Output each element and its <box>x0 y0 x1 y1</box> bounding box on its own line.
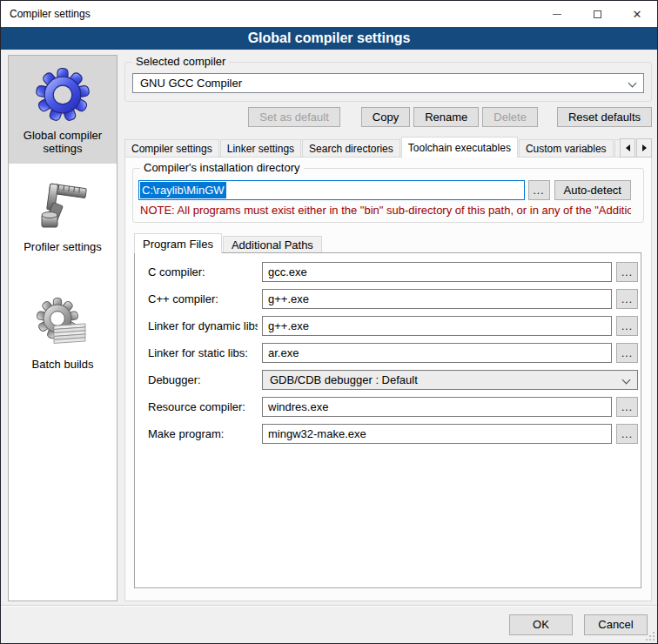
dialog-footer: OK Cancel <box>1 605 657 643</box>
settings-category-list: Global compiler settings <box>8 55 118 601</box>
linker-static-input[interactable] <box>262 343 612 363</box>
debugger-select-value: GDB/CDB debugger : Default <box>270 373 418 386</box>
tab-toolchain-executables[interactable]: Toolchain executables <box>401 137 518 158</box>
chevron-down-icon <box>628 79 637 88</box>
minimize-button[interactable] <box>537 1 577 27</box>
close-icon: ✕ <box>633 9 642 20</box>
ok-button[interactable]: OK <box>509 614 573 635</box>
tab-linker-settings[interactable]: Linker settings <box>220 139 301 158</box>
installation-directory-group-label: Compiler's installation directory <box>140 161 304 174</box>
subtab-additional-paths[interactable]: Additional Paths <box>223 236 322 253</box>
linker-dynamic-input[interactable] <box>262 316 612 336</box>
arrow-right-icon <box>642 144 647 151</box>
arrow-left-icon <box>626 144 630 151</box>
selected-compiler-group-label: Selected compiler <box>132 55 229 68</box>
compiler-select-value: GNU GCC Compiler <box>140 77 242 90</box>
cpp-compiler-input[interactable] <box>262 289 612 309</box>
tab-scroll-buttons <box>619 138 652 158</box>
close-button[interactable]: ✕ <box>617 1 657 27</box>
make-program-input[interactable] <box>262 424 612 444</box>
set-as-default-button[interactable]: Set as default <box>248 107 340 127</box>
linker-dynamic-label: Linker for dynamic libs: <box>148 316 258 336</box>
installation-directory-browse-button[interactable]: ... <box>528 180 550 200</box>
sidebar-item-label: Profiler settings <box>24 240 102 253</box>
blue-gear-icon <box>35 67 91 123</box>
resource-compiler-label: Resource compiler: <box>148 397 258 417</box>
c-compiler-browse-button[interactable]: ... <box>616 262 638 282</box>
chevron-down-icon <box>622 376 631 385</box>
installation-directory-selected-text: C:\raylib\MinGW <box>140 182 226 198</box>
minimize-icon <box>553 14 561 15</box>
tab-compiler-settings[interactable]: Compiler settings <box>124 139 219 158</box>
linker-dynamic-browse-button[interactable]: ... <box>616 316 638 336</box>
gray-gear-stack-icon <box>35 296 91 352</box>
c-compiler-label: C compiler: <box>148 262 258 282</box>
tab-scroll-left-button[interactable] <box>620 138 635 158</box>
selected-compiler-group: Selected compiler GNU GCC Compiler <box>124 62 652 102</box>
copy-button[interactable]: Copy <box>361 107 410 127</box>
installation-directory-row: C:\raylib\MinGW ... Auto-detect <box>138 180 631 200</box>
sidebar-item-profiler-settings[interactable]: Profiler settings <box>9 167 117 262</box>
program-files-panel: C compiler: ... C++ compiler: ... Linker… <box>134 252 641 588</box>
make-program-label: Make program: <box>148 424 258 444</box>
page-title-banner: Global compiler settings <box>1 27 657 50</box>
title-bar: Compiler settings ✕ <box>1 1 657 27</box>
cpp-compiler-browse-button[interactable]: ... <box>616 289 638 309</box>
window-title: Compiler settings <box>1 8 537 20</box>
reset-defaults-button[interactable]: Reset defaults <box>557 107 652 127</box>
delete-button[interactable]: Delete <box>482 107 538 127</box>
toolchain-executables-page: Compiler's installation directory C:\ray… <box>124 157 652 601</box>
c-compiler-input[interactable] <box>262 262 612 282</box>
tab-search-directories[interactable]: Search directories <box>302 139 400 158</box>
rename-button[interactable]: Rename <box>413 107 479 127</box>
main-panel: Selected compiler GNU GCC Compiler Set a… <box>124 55 652 601</box>
installation-directory-input[interactable]: C:\raylib\MinGW <box>138 180 525 200</box>
linker-static-label: Linker for static libs: <box>148 343 258 363</box>
installation-directory-group: Compiler's installation directory C:\ray… <box>132 168 644 223</box>
subtab-program-files[interactable]: Program Files <box>134 233 222 253</box>
compiler-actions: Set as default Copy Rename Delete Reset … <box>124 107 652 127</box>
sidebar-item-batch-builds[interactable]: Batch builds <box>9 285 117 379</box>
resource-compiler-input[interactable] <box>262 397 612 417</box>
cancel-button[interactable]: Cancel <box>584 614 648 635</box>
tab-scroll-right-button[interactable] <box>636 138 652 158</box>
debugger-label: Debugger: <box>148 370 258 390</box>
auto-detect-button[interactable]: Auto-detect <box>554 180 632 200</box>
toolchain-subtabs: Program Files Additional Paths <box>134 233 651 253</box>
dialog-body: Global compiler settings <box>1 50 657 643</box>
sidebar-item-global-compiler-settings[interactable]: Global compiler settings <box>9 56 117 164</box>
linker-static-browse-button[interactable]: ... <box>616 343 638 363</box>
sidebar-item-label: Batch builds <box>32 358 94 371</box>
installation-note: NOTE: All programs must exist either in … <box>140 204 631 217</box>
make-program-browse-button[interactable]: ... <box>616 424 638 444</box>
compiler-select[interactable]: GNU GCC Compiler <box>132 73 644 93</box>
sidebar-item-label: Global compiler settings <box>24 129 102 155</box>
maximize-button[interactable] <box>577 1 617 27</box>
compiler-settings-dialog: Compiler settings ✕ Global compiler sett… <box>0 0 658 644</box>
debugger-select[interactable]: GDB/CDB debugger : Default <box>262 370 638 390</box>
caption-buttons: ✕ <box>537 1 657 27</box>
cpp-compiler-label: C++ compiler: <box>148 289 258 309</box>
resource-compiler-browse-button[interactable]: ... <box>616 397 638 417</box>
settings-tabs: Compiler settings Linker settings Search… <box>124 137 652 158</box>
tab-custom-variables[interactable]: Custom variables <box>519 139 614 158</box>
caliper-icon <box>35 178 91 234</box>
page-title: Global compiler settings <box>248 30 411 46</box>
resize-grip[interactable] <box>645 631 655 641</box>
maximize-icon <box>594 10 601 18</box>
